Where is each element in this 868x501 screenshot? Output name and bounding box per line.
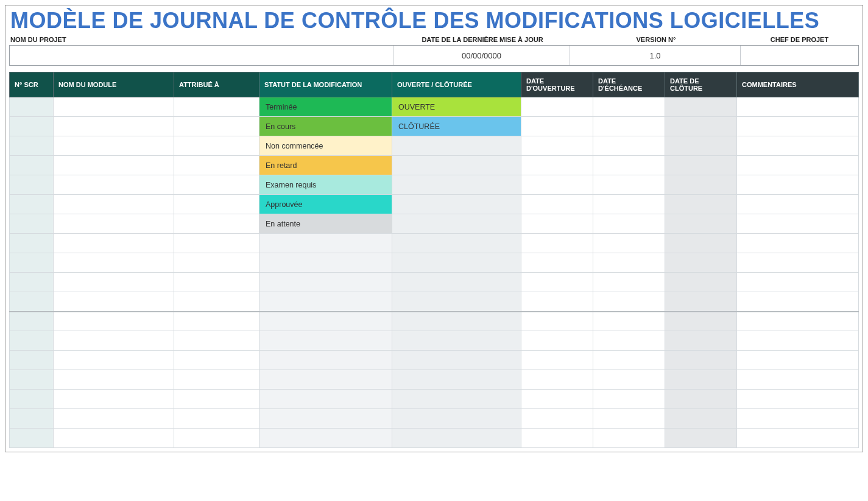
cell-scr[interactable] — [10, 136, 54, 156]
cell-date-due[interactable] — [593, 117, 665, 136]
cell-module[interactable] — [54, 156, 174, 175]
cell-comments[interactable] — [737, 331, 859, 351]
cell-date-close[interactable] — [665, 195, 737, 214]
cell-date-open[interactable] — [521, 390, 593, 409]
cell-comments[interactable] — [737, 253, 859, 273]
cell-openclosed[interactable] — [392, 312, 521, 331]
cell-date-open[interactable] — [521, 273, 593, 292]
cell-status[interactable] — [259, 370, 392, 390]
cell-status[interactable] — [259, 234, 392, 253]
cell-date-due[interactable] — [593, 156, 665, 175]
cell-comments[interactable] — [737, 409, 859, 429]
cell-date-open[interactable] — [521, 117, 593, 136]
cell-date-open[interactable] — [521, 370, 593, 390]
cell-scr[interactable] — [10, 195, 54, 214]
cell-date-due[interactable] — [593, 312, 665, 331]
cell-date-close[interactable] — [665, 331, 737, 351]
cell-status[interactable] — [259, 409, 392, 429]
cell-openclosed[interactable] — [392, 370, 521, 390]
cell-status[interactable] — [259, 312, 392, 331]
cell-openclosed[interactable]: OUVERTE — [392, 97, 521, 117]
cell-comments[interactable] — [737, 273, 859, 292]
cell-date-due[interactable] — [593, 273, 665, 292]
cell-openclosed[interactable] — [392, 136, 521, 156]
cell-openclosed[interactable] — [392, 409, 521, 429]
cell-status[interactable]: Terminée — [259, 97, 392, 117]
cell-date-close[interactable] — [665, 370, 737, 390]
cell-date-due[interactable] — [593, 253, 665, 273]
value-last-update[interactable]: 00/00/0000 — [393, 46, 570, 65]
cell-openclosed[interactable] — [392, 292, 521, 312]
cell-comments[interactable] — [737, 390, 859, 409]
cell-date-due[interactable] — [593, 370, 665, 390]
cell-date-open[interactable] — [521, 234, 593, 253]
cell-module[interactable] — [54, 97, 174, 117]
cell-date-due[interactable] — [593, 136, 665, 156]
cell-module[interactable] — [54, 214, 174, 234]
cell-date-open[interactable] — [521, 195, 593, 214]
cell-scr[interactable] — [10, 370, 54, 390]
cell-module[interactable] — [54, 175, 174, 195]
cell-assigned[interactable] — [174, 195, 259, 214]
cell-date-open[interactable] — [521, 292, 593, 312]
cell-scr[interactable] — [10, 292, 54, 312]
cell-date-due[interactable] — [593, 409, 665, 429]
cell-assigned[interactable] — [174, 312, 259, 331]
cell-assigned[interactable] — [174, 175, 259, 195]
cell-date-close[interactable] — [665, 117, 737, 136]
cell-status[interactable]: En retard — [259, 156, 392, 175]
cell-comments[interactable] — [737, 117, 859, 136]
cell-scr[interactable] — [10, 156, 54, 175]
cell-date-due[interactable] — [593, 214, 665, 234]
cell-assigned[interactable] — [174, 390, 259, 409]
cell-scr[interactable] — [10, 117, 54, 136]
cell-comments[interactable] — [737, 136, 859, 156]
cell-comments[interactable] — [737, 312, 859, 331]
cell-assigned[interactable] — [174, 234, 259, 253]
cell-comments[interactable] — [737, 429, 859, 448]
cell-comments[interactable] — [737, 195, 859, 214]
cell-module[interactable] — [54, 195, 174, 214]
cell-status[interactable]: En attente — [259, 214, 392, 234]
cell-assigned[interactable] — [174, 156, 259, 175]
cell-assigned[interactable] — [174, 253, 259, 273]
cell-openclosed[interactable] — [392, 390, 521, 409]
cell-openclosed[interactable] — [392, 351, 521, 370]
cell-assigned[interactable] — [174, 351, 259, 370]
cell-module[interactable] — [54, 429, 174, 448]
cell-module[interactable] — [54, 370, 174, 390]
cell-openclosed[interactable]: CLÔTURÉE — [392, 117, 521, 136]
cell-date-due[interactable] — [593, 429, 665, 448]
cell-assigned[interactable] — [174, 136, 259, 156]
cell-date-close[interactable] — [665, 156, 737, 175]
cell-openclosed[interactable] — [392, 195, 521, 214]
cell-module[interactable] — [54, 117, 174, 136]
cell-comments[interactable] — [737, 156, 859, 175]
cell-date-close[interactable] — [665, 273, 737, 292]
cell-date-close[interactable] — [665, 429, 737, 448]
cell-comments[interactable] — [737, 351, 859, 370]
cell-assigned[interactable] — [174, 273, 259, 292]
cell-date-open[interactable] — [521, 253, 593, 273]
cell-module[interactable] — [54, 331, 174, 351]
cell-date-close[interactable] — [665, 175, 737, 195]
cell-module[interactable] — [54, 273, 174, 292]
cell-date-due[interactable] — [593, 292, 665, 312]
cell-date-open[interactable] — [521, 351, 593, 370]
cell-openclosed[interactable] — [392, 214, 521, 234]
cell-date-due[interactable] — [593, 351, 665, 370]
cell-comments[interactable] — [737, 292, 859, 312]
cell-date-close[interactable] — [665, 409, 737, 429]
cell-comments[interactable] — [737, 234, 859, 253]
cell-scr[interactable] — [10, 214, 54, 234]
cell-openclosed[interactable] — [392, 253, 521, 273]
cell-scr[interactable] — [10, 331, 54, 351]
cell-date-due[interactable] — [593, 97, 665, 117]
cell-module[interactable] — [54, 390, 174, 409]
cell-date-due[interactable] — [593, 331, 665, 351]
value-project-name[interactable] — [10, 46, 393, 65]
cell-comments[interactable] — [737, 214, 859, 234]
cell-comments[interactable] — [737, 97, 859, 117]
cell-openclosed[interactable] — [392, 331, 521, 351]
cell-date-close[interactable] — [665, 312, 737, 331]
